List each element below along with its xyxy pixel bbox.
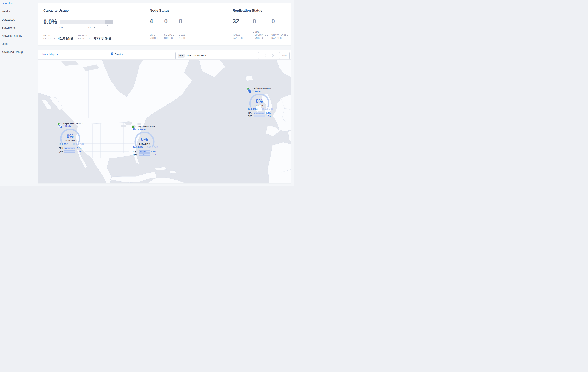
used-capacity-label: USED CAPACITY: [43, 34, 56, 40]
map-great-lake: [137, 123, 141, 125]
sidebar-item-jobs[interactable]: Jobs: [2, 42, 8, 45]
map-node-us-east-1: ✓ region=us-east-1 2 Nodes 0% CAPACITY 1…: [132, 126, 159, 156]
sidebar: Overview Metrics Databases Statements Ne…: [0, 0, 38, 186]
view-selector-label: Node Map: [42, 53, 54, 56]
node-usable-capacity: 338.9 GiB: [147, 146, 158, 149]
usable-capacity-value: 677.8 GiB: [94, 36, 111, 41]
qps-sparkline: [64, 150, 75, 152]
step-back-button[interactable]: [262, 55, 269, 56]
node-usable-capacity: 169.4 GiB: [262, 107, 273, 110]
node-capacity-percent: 0%: [249, 98, 270, 104]
node-capacity-percent: 0%: [60, 133, 81, 139]
step-forward-button[interactable]: [269, 55, 276, 56]
dead-nodes-value: 0: [179, 19, 193, 24]
node-region-link[interactable]: region=us-west-1: [63, 122, 84, 125]
capacity-axis-start: 0 GiB: [58, 26, 63, 29]
capacity-usage-title: Capacity Usage: [43, 9, 69, 13]
suspect-nodes-value: 0: [164, 19, 178, 24]
cockroachdb-admin-ui: Overview Metrics Databases Statements Ne…: [0, 0, 294, 186]
node-status-title: Node Status: [150, 9, 169, 13]
qps-sparkline: [139, 153, 150, 156]
node-used-capacity: 12.5 MiB: [248, 107, 258, 110]
sidebar-item-databases[interactable]: Databases: [2, 18, 15, 21]
suspect-nodes-label: SUSPECT NODES: [164, 33, 178, 40]
caret-down-icon: [56, 54, 58, 55]
cpu-sparkline: [139, 150, 150, 152]
node-capacity-label: CAPACITY: [249, 105, 270, 107]
total-ranges-value: 32: [232, 19, 247, 24]
node-count-link[interactable]: 1 Node: [252, 90, 261, 93]
cpu-label: CPU: [133, 150, 137, 152]
node-usable-capacity: 169.4 GiB: [73, 143, 84, 146]
check-circle-icon: ✓: [247, 87, 249, 90]
time-range-label: Past 10 Minutes: [187, 54, 207, 57]
node-used-capacity: 12.2 MiB: [59, 143, 68, 146]
node-region-link[interactable]: region=us-east-1: [137, 126, 158, 128]
dead-nodes-label: DEAD NODES: [179, 33, 193, 40]
cpu-label: CPU: [248, 112, 252, 114]
qps-label: QPS: [248, 115, 252, 117]
cpu-sparkline: [64, 147, 75, 149]
now-button[interactable]: Now: [279, 52, 290, 59]
capacity-percent: 0.0%: [43, 19, 57, 24]
breadcrumb[interactable]: Cluster: [111, 52, 123, 56]
cpu-value: 5.2%: [151, 150, 156, 152]
used-capacity-value: 41.0 MiB: [58, 36, 73, 41]
map-pin-icon: [111, 52, 113, 56]
sidebar-item-overview[interactable]: Overview: [2, 2, 13, 5]
cpu-value: 2.4%: [266, 112, 271, 114]
map-great-lake: [125, 121, 132, 125]
sidebar-item-advanced-debug[interactable]: Advanced Debug: [2, 50, 22, 53]
live-nodes-value: 4: [150, 19, 162, 24]
node-count-link[interactable]: 1 Node: [63, 125, 71, 128]
capacity-axis-mid: 400 GiB: [88, 26, 95, 29]
cpu-label: CPU: [59, 147, 63, 149]
node-capacity-percent: 0%: [134, 137, 155, 142]
map-node-eu-west-1: ✓ region=eu-west-1 1 Node 0% CAPACITY 12…: [247, 87, 274, 118]
cpu-sparkline: [253, 112, 265, 114]
sidebar-item-metrics[interactable]: Metrics: [2, 10, 10, 13]
under-replicated-label: UNDER-REPLICATED RANGES: [253, 31, 271, 40]
under-replicated-value: 0: [253, 19, 271, 24]
node-capacity-label: CAPACITY: [60, 140, 81, 142]
usable-capacity-label: USABLE CAPACITY: [78, 34, 92, 40]
node-count-link[interactable]: 2 Nodes: [137, 128, 147, 131]
qps-sparkline: [253, 115, 265, 117]
live-nodes-label: LIVE NODES: [150, 33, 162, 40]
unavailable-ranges-value: 0: [272, 19, 290, 24]
check-circle-icon: ✓: [132, 126, 134, 128]
node-region-link[interactable]: region=eu-west-1: [252, 87, 273, 89]
cpu-value: 3.2%: [77, 147, 82, 149]
capacity-bar-reserved-segment: [105, 20, 113, 24]
qps-value: 0.0: [153, 153, 156, 156]
now-button-label: Now: [282, 54, 287, 57]
breadcrumb-label: Cluster: [115, 53, 123, 56]
capacity-bar: [60, 20, 113, 24]
sidebar-item-statements[interactable]: Statements: [2, 26, 16, 29]
check-circle-icon: ✓: [57, 123, 60, 125]
qps-value: 0.0: [79, 150, 82, 152]
time-step-control: [262, 52, 276, 59]
chevron-down-icon: [255, 54, 257, 56]
world-map: [38, 60, 291, 183]
sidebar-item-network-latency[interactable]: Network Latency: [2, 34, 22, 37]
qps-label: QPS: [133, 153, 137, 156]
node-capacity-label: CAPACITY: [134, 143, 155, 145]
time-range-selector[interactable]: 10m Past 10 Minutes: [175, 52, 259, 59]
qps-label: QPS: [59, 150, 63, 152]
node-used-capacity: 16.3 MiB: [133, 146, 143, 149]
map-node-us-west-1: ✓ region=us-west-1 1 Node 0% CAPACITY 12…: [57, 123, 84, 153]
view-selector[interactable]: Node Map: [42, 53, 58, 56]
capacity-stats: USED CAPACITY 41.0 MiB USABLE CAPACITY 6…: [43, 34, 111, 40]
qps-value: 0.0: [268, 115, 271, 117]
replication-status-title: Replication Status: [232, 9, 262, 13]
unavailable-ranges-label: UNAVAILABLE RANGES: [272, 33, 290, 40]
total-ranges-label: TOTAL RANGES: [232, 33, 247, 40]
time-range-badge: 10m: [178, 54, 185, 58]
